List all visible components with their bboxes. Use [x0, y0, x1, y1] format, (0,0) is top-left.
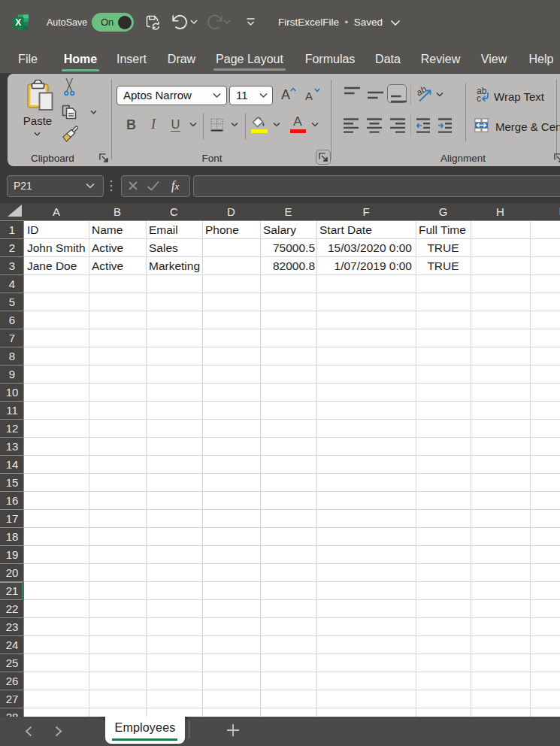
svg-text:c: c — [477, 93, 481, 103]
svg-text:X: X — [15, 17, 21, 28]
svg-text:ab: ab — [416, 85, 428, 98]
